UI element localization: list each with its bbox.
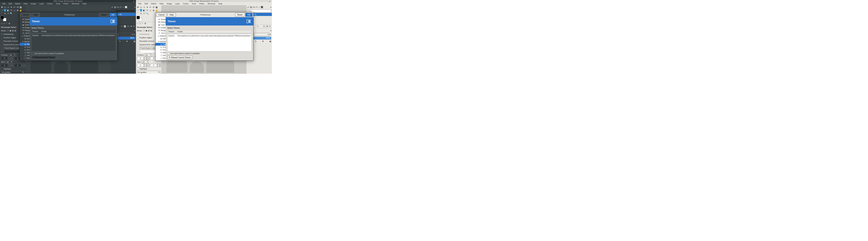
fonts-tab-icon[interactable]: Aa bbox=[253, 6, 255, 8]
dec-button[interactable]: − bbox=[157, 64, 160, 67]
dec-button[interactable]: − bbox=[8, 64, 11, 67]
fonts-tab-icon[interactable]: Aa bbox=[117, 6, 119, 8]
tree-item-import-export[interactable]: ⇄Image Import & Export bbox=[156, 26, 166, 29]
menu-colors[interactable]: Colors bbox=[45, 2, 54, 5]
theme-row[interactable]: System /home/jehan/.local/share/crossroa… bbox=[167, 34, 251, 37]
size-w-input[interactable] bbox=[137, 64, 144, 67]
reset-button[interactable]: Reset bbox=[99, 13, 109, 16]
reset-button[interactable]: Reset bbox=[235, 13, 245, 16]
square-icon[interactable] bbox=[125, 6, 127, 8]
tree-item-debugging[interactable]: ❤Debugging bbox=[156, 21, 166, 24]
duplicate-icon[interactable]: ⿻ bbox=[127, 25, 129, 28]
tree-item-dialog-defaults[interactable]: ↻Dialog Defaults bbox=[156, 51, 166, 54]
tree-item-playground[interactable]: ⚗Playground bbox=[156, 29, 166, 32]
square-icon[interactable] bbox=[261, 6, 263, 8]
fg-color-swatch[interactable] bbox=[136, 16, 140, 19]
dec-button[interactable]: − bbox=[8, 57, 11, 60]
menu-filters[interactable]: Filters bbox=[62, 2, 70, 5]
rotate-tool-icon[interactable]: ⟲ bbox=[16, 5, 19, 9]
guides-dropdown[interactable]: No guides▾ bbox=[137, 71, 160, 74]
reset-mode-icon[interactable]: ↻ bbox=[270, 33, 271, 36]
highlight-checkbox[interactable] bbox=[137, 68, 139, 70]
patterns-tab-icon[interactable]: ▦ bbox=[250, 6, 252, 8]
text-tool-icon[interactable]: A bbox=[140, 12, 143, 15]
size-h-input[interactable] bbox=[150, 64, 157, 67]
refresh-icon[interactable]: ⟳ bbox=[269, 25, 271, 28]
feather-checkbox[interactable] bbox=[137, 37, 139, 38]
tab-menu-icon[interactable]: ◂ bbox=[134, 6, 135, 8]
tree-item-help-system[interactable]: ◯Help System bbox=[156, 54, 166, 57]
rect-icon[interactable]: ▭ bbox=[122, 6, 124, 8]
fg-color-swatch[interactable] bbox=[1, 16, 4, 19]
move-tool-icon[interactable]: ✥ bbox=[136, 5, 140, 9]
rect-select-tool-icon[interactable]: ▭ bbox=[3, 5, 7, 9]
lock-alpha-icon[interactable]: ▦ bbox=[133, 40, 135, 42]
menu-image[interactable]: Image bbox=[29, 2, 37, 5]
gradient-tool-icon[interactable]: ◧ bbox=[7, 9, 10, 12]
tree-item-display[interactable]: ▭Display bbox=[20, 57, 30, 60]
guides-dropdown[interactable]: No guides▾ bbox=[1, 71, 24, 74]
lock-alpha-icon[interactable]: ▦ bbox=[270, 40, 271, 42]
crop-tool-icon[interactable]: ✂ bbox=[13, 5, 16, 9]
tree-item-system-resources[interactable]: ⚙System Resources bbox=[20, 18, 30, 21]
fixed-dropdown[interactable]: Fixed Aspect ratio▾ bbox=[4, 46, 22, 49]
inc-button[interactable]: + bbox=[11, 57, 13, 60]
tab-tool-options-icon[interactable]: ▭ bbox=[1, 22, 3, 25]
pencil-tool-icon[interactable]: ✎ bbox=[10, 9, 13, 12]
tree-item-dialog-defaults[interactable]: ↻Dialog Defaults bbox=[20, 51, 30, 54]
reload-theme-button[interactable]: ⟳Reload Current Theme bbox=[167, 56, 192, 59]
tree-item-theme[interactable]: ◫Theme bbox=[20, 43, 30, 45]
patterns-tab-icon[interactable]: ▦ bbox=[114, 6, 116, 8]
tab-images-icon[interactable]: ▦ bbox=[8, 22, 11, 25]
free-select-tool-icon[interactable]: ⊃ bbox=[143, 5, 146, 9]
expand-checkbox[interactable] bbox=[1, 43, 3, 45]
fixed-checkbox[interactable] bbox=[137, 47, 139, 49]
tree-item-system-resources[interactable]: ⚙System Resources bbox=[156, 18, 166, 21]
rounded-checkbox[interactable] bbox=[1, 40, 3, 42]
clone-tool-icon[interactable]: ⊕ bbox=[16, 9, 19, 12]
tree-item-interface[interactable]: ▾Interface bbox=[156, 40, 166, 43]
menu-edit[interactable]: Edit bbox=[7, 2, 13, 5]
tree-item-default-grid[interactable]: ⊞Default Grid bbox=[20, 37, 30, 40]
menu-select[interactable]: Select bbox=[150, 2, 158, 5]
history-tab-icon[interactable]: ⟳ bbox=[256, 6, 258, 8]
edit-icon[interactable]: ✎ bbox=[121, 25, 123, 28]
tree-item-default-image[interactable]: ▸Default Image bbox=[20, 35, 30, 37]
bucket-tool-icon[interactable]: 🪣 bbox=[140, 9, 143, 12]
scale-tool-icon[interactable]: ▦ bbox=[155, 5, 158, 9]
eraser-tool-icon[interactable]: ◇ bbox=[13, 9, 16, 12]
bucket-tool-icon[interactable]: 🪣 bbox=[3, 9, 7, 12]
free-select-tool-icon[interactable]: ⊃ bbox=[7, 5, 10, 9]
tree-item-toolbox[interactable]: ⊡Toolbox bbox=[156, 48, 166, 51]
tree-item-display[interactable]: ▭Display bbox=[156, 57, 166, 60]
menu-windows[interactable]: Windows bbox=[70, 2, 81, 5]
tab-menu-icon[interactable]: ◂ bbox=[270, 29, 271, 32]
help-button[interactable]: Help bbox=[31, 13, 40, 16]
tree-item-window-management[interactable]: ▦Window Management bbox=[20, 60, 30, 61]
tab-images-icon[interactable]: ▦ bbox=[145, 22, 147, 25]
lock-pixels-icon[interactable]: ✎ bbox=[119, 40, 121, 42]
tree-item-color-management[interactable]: ◉Color Management bbox=[20, 24, 30, 26]
menu-layer[interactable]: Layer bbox=[38, 2, 45, 5]
menu-help[interactable]: Help bbox=[217, 2, 224, 5]
lock-position-icon[interactable]: ✥ bbox=[126, 40, 128, 42]
menu-view[interactable]: View bbox=[158, 2, 165, 5]
tree-item-theme[interactable]: ◫Theme bbox=[156, 43, 166, 45]
tab-undo-icon[interactable]: ↶ bbox=[142, 22, 144, 25]
col-theme[interactable]: Theme bbox=[168, 31, 176, 33]
rotate-tool-icon[interactable]: ⟲ bbox=[152, 5, 155, 9]
menu-file[interactable]: File bbox=[137, 2, 143, 5]
pencil-tool-icon[interactable]: ✎ bbox=[146, 9, 149, 12]
theme-list[interactable]: System /home/jehan/.local/share/crossroa… bbox=[167, 34, 252, 51]
mode-intersect-icon[interactable]: ▥ bbox=[150, 30, 152, 32]
col-theme[interactable]: Theme bbox=[32, 30, 40, 32]
history-tab-icon[interactable]: ⟳ bbox=[120, 6, 122, 8]
tab-undo-icon[interactable]: ↶ bbox=[6, 22, 8, 25]
new-icon[interactable]: 📄 bbox=[124, 25, 126, 28]
size-unit-dropdown[interactable]: px▾ bbox=[142, 60, 149, 64]
close-icon[interactable]: ✕ bbox=[269, 1, 271, 3]
menu-layer[interactable]: Layer bbox=[174, 2, 181, 5]
pos-x-input[interactable] bbox=[137, 57, 144, 60]
col-folder[interactable]: Folder bbox=[178, 31, 183, 33]
tree-item-tool-options[interactable]: 🔧Tool Options bbox=[156, 32, 166, 35]
